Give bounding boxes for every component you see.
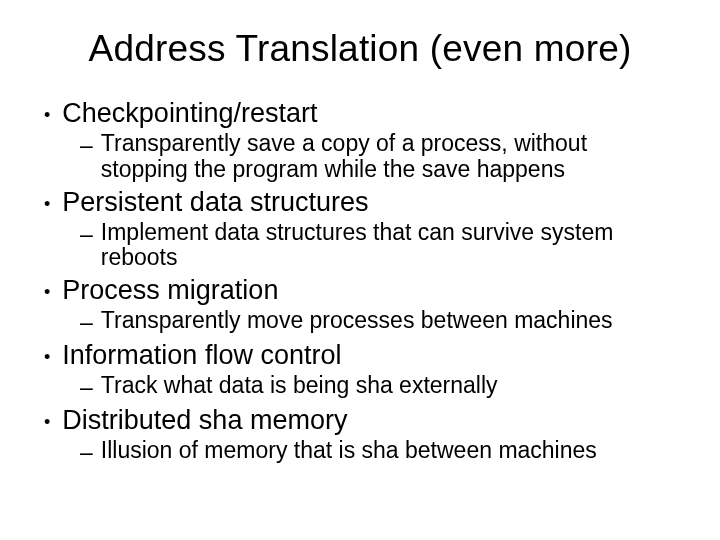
sub-bullet-marker: – [80,439,93,466]
slide-title: Address Translation (even more) [40,28,680,70]
bullet-marker: • [44,105,50,126]
bullet-marker: • [44,412,50,433]
sub-bullet-item: – Transparently move processes between m… [80,308,680,336]
sub-bullet-marker: – [80,221,93,248]
sub-bullet-item: – Transparently save a copy of a process… [80,131,680,183]
bullet-item: • Persistent data structures [44,187,680,218]
sub-bullet-label: Transparently move processes between mac… [101,308,613,334]
sub-bullet-marker: – [80,309,93,336]
sub-bullet-marker: – [80,132,93,159]
sub-bullet-item: – Illusion of memory that is sha between… [80,438,680,466]
sub-bullet-label: Implement data structures that can survi… [101,220,680,272]
bullet-marker: • [44,194,50,215]
bullet-label: Process migration [62,275,278,306]
bullet-label: Information flow control [62,340,341,371]
slide-content: • Checkpointing/restart – Transparently … [40,98,680,466]
sub-bullet-label: Transparently save a copy of a process, … [101,131,680,183]
bullet-marker: • [44,347,50,368]
bullet-marker: • [44,282,50,303]
sub-bullet-item: – Implement data structures that can sur… [80,220,680,272]
bullet-label: Checkpointing/restart [62,98,317,129]
sub-bullet-item: – Track what data is being sha externall… [80,373,680,401]
bullet-item: • Process migration [44,275,680,306]
bullet-item: • Checkpointing/restart [44,98,680,129]
sub-bullet-marker: – [80,374,93,401]
bullet-label: Persistent data structures [62,187,368,218]
sub-bullet-label: Illusion of memory that is sha between m… [101,438,597,464]
sub-bullet-label: Track what data is being sha externally [101,373,498,399]
bullet-item: • Distributed sha memory [44,405,680,436]
bullet-label: Distributed sha memory [62,405,347,436]
bullet-item: • Information flow control [44,340,680,371]
